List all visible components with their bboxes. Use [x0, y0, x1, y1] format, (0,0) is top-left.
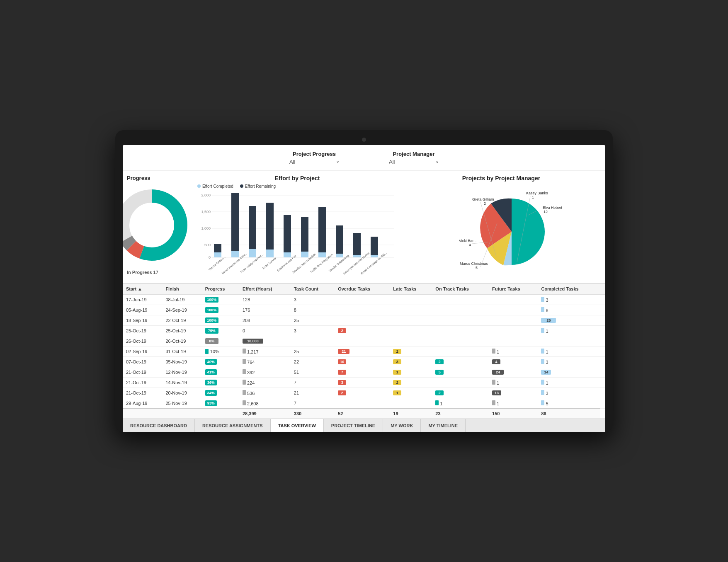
svg-rect-36	[336, 254, 343, 257]
cell-late	[390, 294, 432, 305]
svg-text:Elva Hebert: Elva Hebert	[543, 206, 563, 210]
legend-completed-label: Effort Completed	[202, 184, 233, 189]
svg-rect-17	[231, 193, 239, 257]
svg-text:0: 0	[209, 255, 211, 259]
cell-progress: 40%	[202, 356, 239, 367]
svg-text:1,000: 1,000	[201, 226, 211, 230]
donut-title: Progress	[127, 175, 150, 181]
cell-completed: 8	[538, 305, 600, 315]
cell-future: 4	[489, 356, 538, 367]
cell-future	[489, 294, 538, 305]
legend-completed-dot	[197, 184, 201, 188]
cell-completed: 1	[538, 346, 600, 356]
effort-chart-section: Effort by Project Effort Completed Effor…	[197, 175, 397, 283]
cell-effort: 128	[239, 294, 291, 305]
tab-my-timeline[interactable]: MY TIMELINE	[421, 419, 466, 432]
cell-effort: 0	[239, 325, 291, 336]
cell-finish: 08-Jul-19	[162, 294, 201, 305]
laptop-frame: Project Progress All ∨ Project Manager A…	[115, 130, 613, 432]
cell-future	[489, 336, 538, 346]
tab-resource-assignments[interactable]: RESOURCE ASSIGNMENTS	[195, 419, 271, 432]
cell-start: 25-Oct-19	[123, 325, 162, 336]
cell-future: 1	[489, 398, 538, 409]
cell-on-track	[432, 294, 489, 305]
cell-start: 07-Oct-19	[123, 356, 162, 367]
cell-progress: 100%	[202, 305, 239, 315]
table-row: 02-Sep-19 31-Oct-19 10% 1,217 25 21 2 1 …	[123, 346, 605, 356]
project-progress-chevron: ∨	[336, 160, 339, 164]
cell-completed: 5	[538, 398, 600, 409]
cell-future	[489, 315, 538, 325]
col-completed: Completed Tasks	[538, 284, 600, 294]
cell-effort: 10,000	[239, 336, 291, 346]
svg-text:2,000: 2,000	[201, 193, 211, 197]
table-row: 25-Oct-19 25-Oct-19 75% 0 3 2 1	[123, 325, 605, 336]
totals-label	[123, 409, 239, 419]
tab-my-work[interactable]: MY WORK	[383, 419, 421, 432]
cell-completed: 25	[538, 315, 600, 325]
cell-on-track: 2	[432, 356, 489, 367]
cell-finish: 25-Nov-19	[162, 398, 201, 409]
col-late: Late Tasks	[390, 284, 432, 294]
svg-rect-24	[266, 250, 274, 257]
cell-effort: 764	[239, 356, 291, 367]
cell-future: 1	[489, 377, 538, 388]
project-manager-filter: Project Manager All ∨	[381, 151, 447, 166]
in-progress-label: In Progress 17	[127, 270, 158, 275]
project-progress-value: All	[289, 159, 295, 165]
effort-chart-title: Effort by Project	[197, 175, 397, 182]
cell-completed: 1	[538, 325, 600, 336]
svg-rect-32	[318, 207, 326, 257]
totals-effort: 28,399	[239, 409, 291, 419]
pie-chart-section: Projects by Project Manager	[401, 175, 601, 283]
cell-completed: 14	[538, 367, 600, 377]
cell-late	[390, 336, 432, 346]
cell-completed: 1	[538, 377, 600, 388]
totals-on-track: 23	[432, 409, 489, 419]
svg-text:Greta Gilliam: Greta Gilliam	[472, 197, 494, 201]
cell-start: 21-Oct-19	[123, 367, 162, 377]
cell-late: 2	[390, 377, 432, 388]
svg-rect-33	[318, 252, 326, 257]
cell-on-track	[432, 346, 489, 356]
cell-progress: 0%	[202, 336, 239, 346]
cell-overdue	[335, 305, 390, 315]
svg-rect-38	[353, 233, 361, 257]
svg-rect-39	[353, 255, 361, 257]
svg-text:5: 5	[476, 266, 478, 270]
cell-completed	[538, 336, 600, 346]
main-content: Progress In Progress 17	[123, 171, 605, 283]
cell-late	[390, 398, 432, 409]
table-section: Start ▲ Finish Progress Effort (Hours) T…	[123, 283, 605, 419]
cell-task-count: 51	[291, 367, 335, 377]
table-row: 21-Oct-19 14-Nov-19 36% 224 7 3 2 1 1	[123, 377, 605, 388]
tab-task-overview[interactable]: TASK OVERVIEW	[271, 419, 324, 432]
cell-progress: 100%	[202, 294, 239, 305]
cell-future: 24	[489, 367, 538, 377]
cell-on-track	[432, 325, 489, 336]
top-filters: Project Progress All ∨ Project Manager A…	[123, 145, 605, 171]
task-table: Start ▲ Finish Progress Effort (Hours) T…	[123, 284, 605, 419]
svg-rect-35	[336, 225, 343, 257]
project-manager-select[interactable]: All ∨	[389, 159, 439, 166]
svg-rect-30	[301, 252, 308, 257]
charts-area: Effort by Project Effort Completed Effor…	[193, 171, 605, 283]
cell-start: 02-Sep-19	[123, 346, 162, 356]
svg-rect-41	[371, 237, 378, 257]
cell-finish: 22-Oct-19	[162, 315, 201, 325]
screen: Project Progress All ∨ Project Manager A…	[123, 145, 605, 432]
cell-overdue: 21	[335, 346, 390, 356]
table-row: 17-Jun-19 08-Jul-19 100% 128 3 3	[123, 294, 605, 305]
tab-resource-dashboard[interactable]: RESOURCE DASHBOARD	[123, 419, 195, 432]
table-body: 17-Jun-19 08-Jul-19 100% 128 3 3 05-Aug-…	[123, 294, 605, 419]
cell-finish: 20-Nov-19	[162, 388, 201, 398]
svg-text:1,500: 1,500	[201, 210, 211, 214]
table-header: Start ▲ Finish Progress Effort (Hours) T…	[123, 284, 605, 294]
project-progress-select[interactable]: All ∨	[289, 159, 339, 166]
cell-overdue	[335, 315, 390, 325]
svg-rect-15	[214, 252, 221, 257]
cell-progress: 75%	[202, 325, 239, 336]
tab-project-timeline[interactable]: PROJECT TIMELINE	[324, 419, 383, 432]
cell-progress: 34%	[202, 388, 239, 398]
cell-task-count: 25	[291, 315, 335, 325]
